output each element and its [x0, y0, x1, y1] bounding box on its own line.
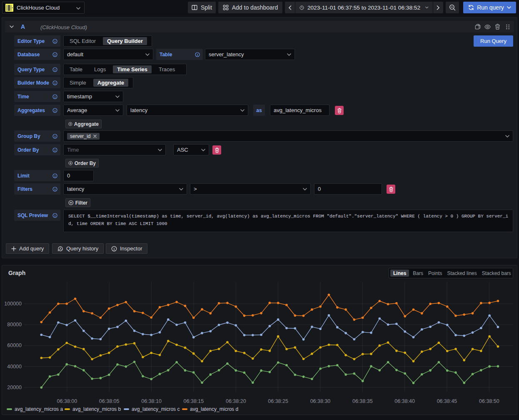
svg-text:06:38:20: 06:38:20 — [226, 398, 246, 404]
svg-text:60000: 60000 — [7, 342, 22, 348]
svg-text:06:38:15: 06:38:15 — [184, 398, 204, 404]
svg-text:06:38:50: 06:38:50 — [479, 398, 499, 404]
svg-text:06:38:40: 06:38:40 — [394, 398, 415, 404]
svg-text:06:38:05: 06:38:05 — [99, 398, 120, 404]
svg-text:20000: 20000 — [7, 385, 22, 390]
svg-text:40000: 40000 — [7, 364, 22, 370]
svg-text:06:38:30: 06:38:30 — [310, 398, 331, 404]
svg-text:06:38:45: 06:38:45 — [437, 398, 457, 404]
svg-text:06:38:00: 06:38:00 — [57, 398, 77, 404]
svg-text:06:38:35: 06:38:35 — [352, 398, 373, 404]
svg-text:100000: 100000 — [4, 301, 22, 307]
svg-text:06:38:10: 06:38:10 — [141, 398, 162, 404]
svg-text:06:38:25: 06:38:25 — [268, 398, 288, 404]
svg-text:80000: 80000 — [7, 322, 22, 328]
